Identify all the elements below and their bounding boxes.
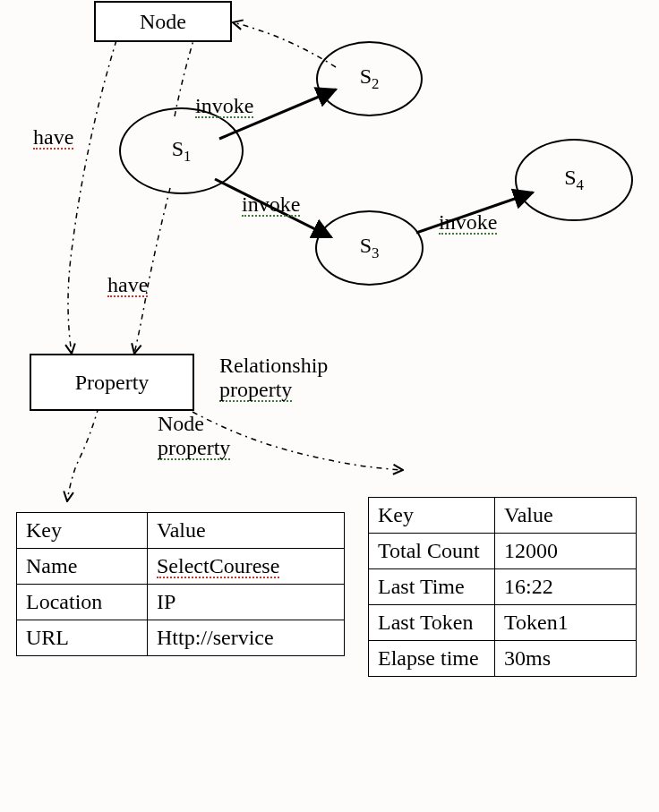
- edge-label-have-s1: have: [107, 273, 148, 297]
- node-s1-label: S1: [172, 137, 192, 166]
- edge-label-invoke-s1-s2: invoke: [195, 94, 253, 118]
- table-row: Elapse time 30ms: [369, 641, 637, 677]
- node-s3-label: S3: [360, 234, 380, 262]
- label-node-property: Node property: [158, 412, 283, 460]
- table-row: Name SelectCourese: [17, 549, 345, 585]
- node-s2: S2: [316, 41, 423, 116]
- cell-value: Http://service: [148, 620, 345, 656]
- table-row: Location IP: [17, 585, 345, 620]
- cell-header-value: Value: [148, 513, 345, 549]
- cell-key: Elapse time: [369, 641, 495, 677]
- property-box-label: Property: [75, 371, 150, 395]
- table-row: Last Time 16:22: [369, 569, 637, 605]
- cell-header-value: Value: [495, 498, 637, 534]
- cell-value: 30ms: [495, 641, 637, 677]
- cell-value: 12000: [495, 534, 637, 569]
- node-s4-label: S4: [564, 166, 584, 194]
- node-box: Node: [94, 1, 232, 42]
- table-row: URL Http://service: [17, 620, 345, 656]
- cell-header-key: Key: [17, 513, 148, 549]
- cell-value: IP: [148, 585, 345, 620]
- cell-value: 16:22: [495, 569, 637, 605]
- table-relationship-property: Key Value Total Count 12000 Last Time 16…: [368, 497, 637, 677]
- node-box-label: Node: [140, 10, 186, 34]
- cell-value: SelectCourese: [148, 549, 345, 585]
- node-s2-label: S2: [360, 64, 380, 93]
- edge-label-have-node: have: [33, 125, 73, 150]
- edge-label-invoke-s1-s3: invoke: [242, 192, 300, 217]
- table-node-property: Key Value Name SelectCourese Location IP…: [16, 512, 345, 656]
- node-s1: S1: [119, 107, 244, 194]
- cell-key: Location: [17, 585, 148, 620]
- cell-value: Token1: [495, 605, 637, 641]
- cell-key: Name: [17, 549, 148, 585]
- cell-key: Last Time: [369, 569, 495, 605]
- cell-header-key: Key: [369, 498, 495, 534]
- table-row: Last Token Token1: [369, 605, 637, 641]
- label-relationship-property: Relationship property: [219, 354, 398, 402]
- cell-key: Last Token: [369, 605, 495, 641]
- edge-label-invoke-s3-s4: invoke: [439, 210, 497, 235]
- node-s4: S4: [515, 139, 633, 221]
- cell-key: Total Count: [369, 534, 495, 569]
- property-box: Property: [30, 354, 194, 411]
- table-row: Key Value: [369, 498, 637, 534]
- table-row: Total Count 12000: [369, 534, 637, 569]
- table-row: Key Value: [17, 513, 345, 549]
- cell-key: URL: [17, 620, 148, 656]
- node-s3: S3: [315, 210, 424, 286]
